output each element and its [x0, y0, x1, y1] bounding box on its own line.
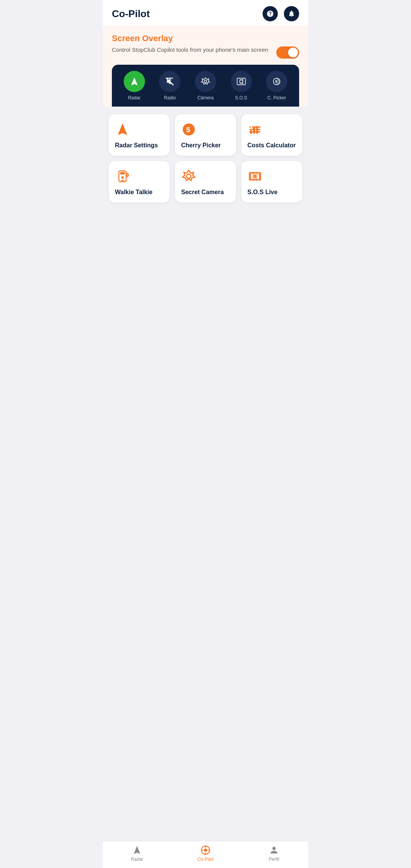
nav-copilot-icon	[201, 845, 210, 855]
toolbar-item-radar[interactable]: Radar	[124, 71, 145, 101]
camera-toolbar-icon	[201, 77, 210, 86]
toolbar-item-sos[interactable]: S.O.S	[231, 71, 252, 101]
svg-rect-10	[250, 131, 252, 134]
nav-label-perfil: Perfil	[269, 857, 279, 862]
overlay-description: Control StopClub Copilot tools from your…	[112, 46, 272, 54]
cherry-picker-icon: $	[181, 122, 196, 137]
card-walkie-talkie[interactable]: Walkie Talkie	[109, 161, 170, 203]
walkie-talkie-icon	[115, 169, 130, 184]
header: Co-Pilot	[103, 0, 308, 26]
nav-label-copilot: Co-Pilot	[198, 857, 214, 862]
header-actions	[263, 6, 299, 21]
card-secret-camera[interactable]: Secret Camera	[175, 161, 236, 203]
toolbar-item-radio[interactable]: Radio	[159, 71, 180, 101]
grid-section: Radar Settings $ Cherry Picker	[103, 107, 308, 210]
svg-text:$: $	[275, 79, 277, 83]
radar-settings-icon	[115, 122, 130, 137]
svg-rect-4	[237, 78, 245, 85]
card-label-walkie-talkie: Walkie Talkie	[115, 188, 164, 196]
bell-icon	[288, 10, 295, 18]
overlay-toggle[interactable]	[276, 46, 299, 59]
cpicker-toolbar-icon: $	[272, 77, 282, 86]
nav-perfil-icon	[269, 845, 279, 855]
overlay-row: Control StopClub Copilot tools from your…	[112, 46, 299, 59]
svg-point-23	[204, 849, 207, 852]
help-icon	[266, 10, 274, 18]
card-label-cherry-picker: Cherry Picker	[181, 142, 230, 150]
card-costs-calculator[interactable]: Costs Calculator	[241, 114, 302, 156]
bottom-nav: Radar Co-Pilot Perfil	[103, 841, 308, 868]
toolbar-item-cpicker[interactable]: $ C. Picker	[266, 71, 287, 101]
nav-item-copilot[interactable]: Co-Pilot	[171, 845, 240, 862]
card-label-secret-camera: Secret Camera	[181, 188, 230, 196]
card-sos-live[interactable]: S.O.S Live	[241, 161, 302, 203]
cpicker-circle: $	[266, 71, 287, 92]
radar-toolbar-icon	[129, 77, 139, 86]
card-radar-settings[interactable]: Radar Settings	[109, 114, 170, 156]
svg-rect-15	[120, 172, 125, 174]
camera-circle	[195, 71, 216, 92]
costs-calculator-icon	[247, 122, 263, 137]
secret-camera-icon	[181, 169, 196, 184]
toolbar-label-camera: Câmera	[198, 95, 214, 101]
svg-point-5	[239, 80, 243, 83]
svg-point-3	[204, 80, 207, 83]
nav-label-radar: Radar	[131, 857, 143, 862]
card-cherry-picker[interactable]: $ Cherry Picker	[175, 114, 236, 156]
toolbar-label-radio: Radio	[164, 95, 176, 101]
toolbar-item-camera[interactable]: Câmera	[195, 71, 216, 101]
help-button[interactable]	[263, 6, 278, 21]
app-title: Co-Pilot	[112, 8, 150, 20]
toolbar-label-sos: S.O.S	[235, 95, 247, 101]
screen-overlay-card: Screen Overlay Control StopClub Copilot …	[103, 26, 308, 107]
overlay-toolbar: Radar Radio Câm	[112, 65, 299, 107]
card-label-sos-live: S.O.S Live	[247, 188, 296, 196]
toolbar-label-cpicker: C. Picker	[268, 95, 286, 101]
svg-point-18	[186, 174, 191, 178]
card-label-costs-calculator: Costs Calculator	[247, 142, 296, 150]
toolbar-label-radar: Radar	[128, 95, 140, 101]
overlay-title: Screen Overlay	[112, 34, 299, 43]
card-label-radar-settings: Radar Settings	[115, 142, 164, 150]
svg-text:$: $	[186, 126, 190, 134]
radar-circle	[124, 71, 145, 92]
radio-toolbar-icon	[165, 77, 175, 86]
nav-radar-icon	[132, 845, 142, 855]
nav-item-perfil[interactable]: Perfil	[240, 845, 308, 862]
sos-circle	[231, 71, 252, 92]
svg-point-16	[121, 176, 124, 179]
toggle-knob	[288, 48, 298, 57]
notification-button[interactable]	[284, 6, 299, 21]
features-grid: Radar Settings $ Cherry Picker	[109, 114, 302, 203]
nav-item-radar[interactable]: Radar	[103, 845, 171, 862]
radio-circle	[159, 71, 180, 92]
svg-rect-11	[253, 128, 255, 134]
sos-live-icon	[247, 169, 263, 184]
sos-toolbar-icon	[236, 77, 246, 86]
